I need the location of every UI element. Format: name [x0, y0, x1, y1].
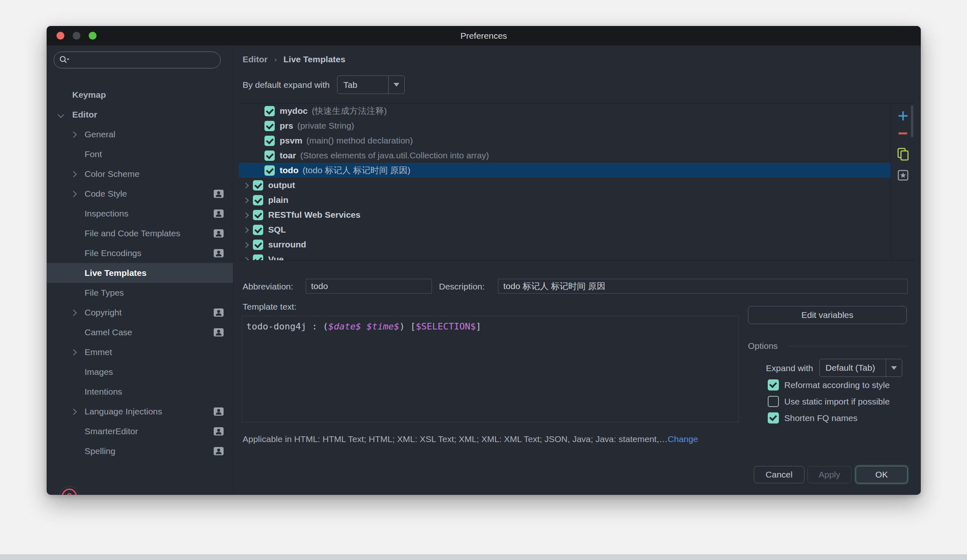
- sidebar-item-images[interactable]: Images: [47, 362, 233, 382]
- abbreviation-input[interactable]: todo: [306, 279, 432, 294]
- cancel-button[interactable]: Cancel: [754, 466, 804, 483]
- close-window-button[interactable]: [57, 32, 64, 40]
- splitter-handle[interactable]: [568, 263, 585, 264]
- checkbox-checked-icon[interactable]: [264, 151, 275, 161]
- applicable-contexts: Applicable in HTML: HTML Text; HTML; XML…: [243, 434, 698, 444]
- chevron-right-icon[interactable]: [243, 257, 249, 261]
- checkbox-checked-icon[interactable]: [264, 121, 275, 131]
- dropdown-arrow[interactable]: [388, 76, 404, 94]
- checkbox-unchecked-icon[interactable]: [768, 396, 779, 407]
- help-button[interactable]: ?: [59, 486, 79, 495]
- template-group-row[interactable]: surround: [239, 237, 891, 252]
- minimize-window-button[interactable]: [73, 32, 80, 40]
- chevron-right-icon[interactable]: [71, 132, 77, 138]
- sidebar-item-camel-case[interactable]: Camel Case: [47, 322, 233, 342]
- sidebar-item-intentions[interactable]: Intentions: [47, 382, 233, 402]
- template-group-row[interactable]: output: [239, 178, 891, 193]
- breadcrumb-separator: ›: [274, 55, 277, 64]
- sidebar-item-emmet[interactable]: Emmet: [47, 342, 233, 362]
- copy-icon: [897, 147, 909, 161]
- triangle-down-icon: [891, 366, 897, 370]
- sidebar-item-editor[interactable]: Editor: [47, 105, 233, 125]
- template-text-editor[interactable]: todo-dong4j : ($date$ $time$) [$SELECTIO…: [242, 316, 739, 422]
- template-group-row[interactable]: plain: [239, 193, 891, 207]
- date-variable: $date$: [328, 321, 361, 332]
- chevron-right-icon[interactable]: [243, 227, 249, 233]
- per-user-badge-icon: [213, 189, 224, 198]
- sidebar-item-inspections[interactable]: Inspections: [47, 204, 233, 224]
- ok-button[interactable]: OK: [856, 466, 908, 483]
- change-contexts-link[interactable]: Change: [668, 434, 698, 444]
- sidebar-item-code-style[interactable]: Code Style: [47, 184, 233, 204]
- chevron-right-icon[interactable]: [243, 212, 249, 218]
- checkbox-checked-icon[interactable]: [253, 195, 263, 205]
- chevron-right-icon[interactable]: [243, 198, 249, 203]
- checkbox-checked-icon[interactable]: [253, 254, 263, 261]
- chevron-right-icon[interactable]: [71, 310, 77, 316]
- duplicate-template-button[interactable]: [891, 147, 915, 161]
- sidebar-item-spelling[interactable]: Spelling: [47, 441, 233, 461]
- restore-defaults-button[interactable]: [891, 169, 915, 181]
- checkbox-checked-icon[interactable]: [768, 379, 779, 391]
- triangle-down-icon: [394, 83, 399, 87]
- dropdown-value: Default (Tab): [820, 359, 886, 376]
- checkbox-checked-icon[interactable]: [253, 240, 263, 250]
- selection-variable: $SELECTION$: [416, 321, 476, 332]
- template-row-selected[interactable]: todo(todo 标记人 标记时间 原因): [239, 163, 891, 178]
- checkbox-checked-icon[interactable]: [253, 180, 263, 191]
- template-row[interactable]: psvm(main() method declaration): [239, 133, 891, 148]
- sidebar-item-file-types[interactable]: File Types: [47, 283, 233, 303]
- template-row[interactable]: prs(private String): [239, 118, 891, 133]
- template-group-row[interactable]: Vue: [239, 252, 891, 261]
- abbreviation-label: Abbreviation:: [243, 282, 293, 292]
- template-group-row[interactable]: RESTful Web Services: [239, 207, 891, 222]
- expand-with-label: Expand with: [745, 363, 813, 373]
- chevron-right-icon[interactable]: [243, 183, 249, 188]
- per-user-badge-icon: [213, 249, 224, 258]
- checkbox-checked-icon[interactable]: [253, 225, 263, 235]
- sidebar-item-keymap[interactable]: Keymap: [47, 85, 233, 105]
- checkbox-checked-icon[interactable]: [253, 210, 263, 220]
- checkbox-checked-icon[interactable]: [264, 165, 275, 176]
- option-static-import[interactable]: Use static import if possible: [768, 396, 890, 407]
- template-group-row[interactable]: SQL: [239, 222, 891, 237]
- chevron-right-icon[interactable]: [71, 191, 77, 198]
- sidebar-item-color-scheme[interactable]: Color Scheme: [47, 164, 233, 184]
- sidebar-item-language-injections[interactable]: Language Injections: [47, 402, 233, 421]
- preferences-window: Preferences Keymap Editor General Font C…: [47, 26, 921, 495]
- chevron-right-icon[interactable]: [71, 171, 77, 178]
- search-input[interactable]: [73, 55, 220, 65]
- option-reformat[interactable]: Reformat according to style: [768, 379, 890, 391]
- expand-with-dropdown[interactable]: Default (Tab): [819, 359, 902, 377]
- sidebar-item-copyright[interactable]: Copyright: [47, 303, 233, 322]
- checkbox-checked-icon[interactable]: [264, 136, 275, 146]
- template-row[interactable]: mydoc(快速生成方法注释): [239, 104, 891, 118]
- sidebar-item-file-encodings[interactable]: File Encodings: [47, 243, 233, 263]
- checkbox-checked-icon[interactable]: [264, 106, 275, 116]
- sidebar-item-general[interactable]: General: [47, 125, 233, 144]
- chevron-right-icon[interactable]: [71, 349, 77, 356]
- checkbox-checked-icon[interactable]: [768, 412, 779, 424]
- sidebar-item-font[interactable]: Font: [47, 144, 233, 164]
- template-row[interactable]: toar(Stores elements of java.util.Collec…: [239, 148, 891, 163]
- settings-search[interactable]: [54, 52, 221, 68]
- dropdown-arrow[interactable]: [886, 359, 902, 376]
- chevron-right-icon[interactable]: [243, 242, 249, 248]
- description-input[interactable]: todo 标记人 标记时间 原因: [498, 279, 908, 294]
- settings-sidebar: Keymap Editor General Font Color Scheme …: [47, 45, 233, 495]
- titlebar[interactable]: Preferences: [47, 26, 921, 45]
- sidebar-item-smartereditor[interactable]: SmarterEditor: [47, 421, 233, 441]
- chevron-right-icon[interactable]: [71, 409, 77, 415]
- apply-button[interactable]: Apply: [807, 466, 851, 483]
- default-expand-dropdown[interactable]: Tab: [337, 75, 405, 94]
- settings-nav: Keymap Editor General Font Color Scheme …: [47, 85, 233, 461]
- sidebar-item-live-templates[interactable]: Live Templates: [47, 263, 233, 283]
- zoom-window-button[interactable]: [89, 32, 97, 40]
- option-shorten-fq[interactable]: Shorten FQ names: [768, 412, 857, 424]
- window-title: Preferences: [460, 31, 507, 41]
- breadcrumb-editor[interactable]: Editor: [243, 54, 268, 64]
- edit-variables-button[interactable]: Edit variables: [748, 306, 907, 324]
- chevron-down-icon[interactable]: [58, 112, 64, 118]
- list-scrollbar-thumb[interactable]: [911, 105, 913, 137]
- sidebar-item-file-and-code-templates[interactable]: File and Code Templates: [47, 224, 233, 243]
